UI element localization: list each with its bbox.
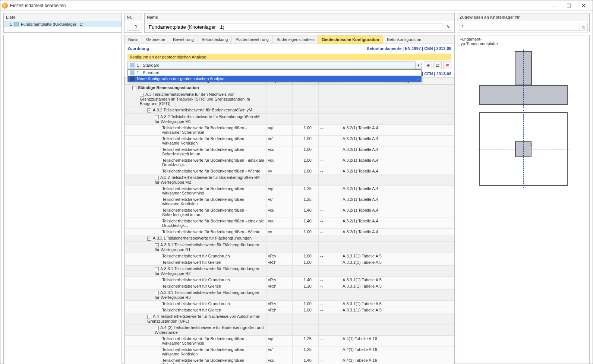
list-body[interactable]: 1 Fundamentplatte (Knotenlager : 1) <box>4 21 122 32</box>
table-row[interactable]: −A.3 Teilsicherheitsbeiwerte für den Nac… <box>125 91 454 107</box>
row-description: Teilsicherheitsbeiwert für Grundbruch <box>162 301 230 306</box>
row-description: Teilsicherheitsbeiwerte für Bodenkenngrö… <box>162 147 247 156</box>
row-unit: -- <box>319 146 341 157</box>
tree-toggle-icon[interactable]: − <box>132 86 136 90</box>
table-row[interactable]: Teilsicherheitsbeiwert für GleitenγR;h1.… <box>125 307 454 313</box>
row-val: 1.40 <box>293 207 319 218</box>
table-row[interactable]: Teilsicherheitsbeiwert für GrundbruchγR;… <box>125 277 454 283</box>
table-row[interactable]: Teilsicherheitsbeiwerte für Bodenkenngrö… <box>125 336 454 346</box>
row-sym <box>266 289 293 301</box>
config-new-button[interactable]: ✚ <box>424 61 432 69</box>
row-sym <box>266 235 293 242</box>
table-row[interactable]: −A.3.2 Teilsicherheitsbeiwerte für Boden… <box>125 114 454 125</box>
tab-betonkonfiguration[interactable]: Betonkonfiguration <box>383 35 425 44</box>
row-description: Teilsicherheitsbeiwert für Grundbruch <box>162 254 230 258</box>
tab-geometrie[interactable]: Geometrie <box>142 35 169 44</box>
row-note <box>341 107 454 114</box>
config-combo[interactable]: 1 - Standard <box>127 61 416 69</box>
config-delete-button[interactable]: ✖ <box>443 61 451 69</box>
pick-node-button[interactable]: ◎ <box>580 23 588 31</box>
table-row[interactable]: −A.4 Teilsicherheitsbeiwerte für Nachwei… <box>125 313 454 325</box>
table-row[interactable]: Teilsicherheitsbeiwerte für Bodenkenngrö… <box>125 196 454 207</box>
table-row[interactable]: −Ständige Bemessungssituation <box>125 85 454 91</box>
table-row[interactable]: Teilsicherheitsbeiwert für GleitenγR;h1.… <box>125 259 454 266</box>
row-val: 1.00 <box>293 301 319 307</box>
row-unit <box>319 266 341 277</box>
table-row[interactable]: −A.3.2 Teilsicherheitsbeiwerte für Boden… <box>125 174 454 186</box>
tab-bodeneigenschaften[interactable]: Bodeneigenschaften <box>273 35 318 44</box>
table-row[interactable]: Teilsicherheitsbeiwerte für Bodenkenngrö… <box>125 125 454 136</box>
table-row[interactable]: −A.4 (2) Teilsicherheitsbeiwerte für Bod… <box>125 325 454 336</box>
table-row[interactable]: −A.3.2 Teilsicherheitsbeiwerte für Boden… <box>125 107 454 114</box>
assign-input[interactable] <box>460 23 587 31</box>
table-row[interactable]: Teilsicherheitsbeiwerte für Bodenkenngrö… <box>125 207 454 218</box>
table-row[interactable]: −A.3.3.1 Teilsicherheitsbeiwerte für Flä… <box>125 266 454 277</box>
row-note: A.3.3.1(1) Tabelle A.5 <box>341 259 454 266</box>
tab-geotechnische-konfiguration[interactable]: Geotechnische Konfiguration <box>318 35 383 44</box>
config-combo-caret[interactable]: ▾ <box>416 62 422 69</box>
close-button[interactable]: ✕ <box>576 0 591 11</box>
list-empty-area <box>4 35 122 364</box>
table-row[interactable]: Teilsicherheitsbeiwerte für Bodenkenngrö… <box>125 229 454 235</box>
tab-plattenbewehrung[interactable]: Plattenbewehrung <box>232 35 273 44</box>
row-description: Teilsicherheitsbeiwerte für Bodenkenngrö… <box>162 158 264 167</box>
table-row[interactable]: −A.3.3.1 Teilsicherheitsbeiwerte für Flä… <box>125 242 454 253</box>
tab-bewehrung[interactable]: Bewehrung <box>169 35 198 44</box>
row-description: Teilsicherheitsbeiwert für Gleiten <box>162 284 221 288</box>
tree-toggle-icon[interactable]: − <box>155 291 159 295</box>
table-row[interactable]: Teilsicherheitsbeiwerte für Bodenkenngrö… <box>125 168 454 174</box>
minimize-button[interactable]: — <box>546 0 561 11</box>
table-row[interactable]: Teilsicherheitsbeiwerte für Bodenkenngrö… <box>125 146 454 157</box>
tree-toggle-icon[interactable]: − <box>147 315 151 319</box>
table-row[interactable]: Teilsicherheitsbeiwerte für Bodenkenngrö… <box>125 357 454 364</box>
row-description: A.4 Teilsicherheitsbeiwerte für Nachweis… <box>147 314 262 323</box>
tree-toggle-icon[interactable]: − <box>155 176 159 180</box>
preview-base-elevation <box>479 85 568 105</box>
tree-toggle-icon[interactable]: − <box>155 326 159 330</box>
table-row[interactable]: Teilsicherheitsbeiwerte für Bodenkenngrö… <box>125 346 454 357</box>
tree-toggle-icon[interactable]: − <box>147 108 151 113</box>
name-input[interactable] <box>147 23 442 31</box>
tree-toggle-icon[interactable]: − <box>155 115 159 119</box>
row-val <box>293 325 319 336</box>
assign-heading: Zuordnung <box>127 46 149 51</box>
row-description: Teilsicherheitsbeiwerte für Bodenkenngrö… <box>162 197 247 206</box>
table-row[interactable]: Teilsicherheitsbeiwerte für Bodenkenngrö… <box>125 136 454 146</box>
config-option[interactable]: 1 - Standard <box>128 70 421 76</box>
row-note: A.3.2(1) Tabelle A.4 <box>341 168 454 174</box>
tree-toggle-icon[interactable]: − <box>155 243 159 247</box>
row-note <box>341 91 454 107</box>
preview-header: Fundament- typ 'Fundamentplatte' <box>457 35 589 47</box>
table-row[interactable]: Teilsicherheitsbeiwerte für Bodenkenngrö… <box>125 218 454 229</box>
edit-name-button[interactable]: ✎ <box>444 23 452 31</box>
list-item-number: 1 <box>5 22 12 26</box>
row-note: A.3.2(1) Tabelle A.4 <box>341 146 454 157</box>
tree-toggle-icon[interactable]: − <box>147 237 151 241</box>
tab-betondeckung[interactable]: Betondeckung <box>198 35 232 44</box>
row-description: A.3.3.1 Teilsicherheitsbeiwerte für Fläc… <box>153 236 252 240</box>
table-row[interactable]: Teilsicherheitsbeiwerte für Bodenkenngrö… <box>125 157 454 168</box>
table-row[interactable]: Teilsicherheitsbeiwerte für Bodenkenngrö… <box>125 186 454 196</box>
tab-basis[interactable]: Basis <box>124 35 142 44</box>
tree-toggle-icon[interactable]: − <box>140 93 144 97</box>
config-option-new[interactable]: Neue Konfiguration der geotechnischen An… <box>128 76 421 82</box>
config-manage-button[interactable]: 🗂 <box>433 61 442 69</box>
parameter-grid[interactable]: Beschreibung Symbol Wert Einheit Anmerku… <box>124 77 454 364</box>
preview-column-elevation <box>515 51 532 85</box>
axis-y-label: Y <box>522 154 525 158</box>
row-note <box>341 114 454 125</box>
nr-input[interactable] <box>127 23 139 31</box>
row-description: A.3.3.1 Teilsicherheitsbeiwerte für Fläc… <box>155 266 259 276</box>
table-row[interactable]: −A.3.3.1 Teilsicherheitsbeiwerte für Flä… <box>125 289 454 301</box>
row-val: 1.00 <box>293 146 319 157</box>
table-row[interactable]: Teilsicherheitsbeiwert für GrundbruchγR;… <box>125 301 454 307</box>
row-val <box>293 235 319 242</box>
table-row[interactable]: Teilsicherheitsbeiwert für GrundbruchγR;… <box>125 253 454 259</box>
tree-toggle-icon[interactable]: − <box>155 267 159 271</box>
list-item[interactable]: 1 Fundamentplatte (Knotenlager : 1) <box>4 21 122 27</box>
row-val <box>293 114 319 125</box>
row-val <box>293 85 319 91</box>
table-row[interactable]: Teilsicherheitsbeiwert für GleitenγR;h1.… <box>125 283 454 289</box>
maximize-button[interactable]: ☐ <box>561 0 576 11</box>
table-row[interactable]: −A.3.3.1 Teilsicherheitsbeiwerte für Flä… <box>125 235 454 242</box>
